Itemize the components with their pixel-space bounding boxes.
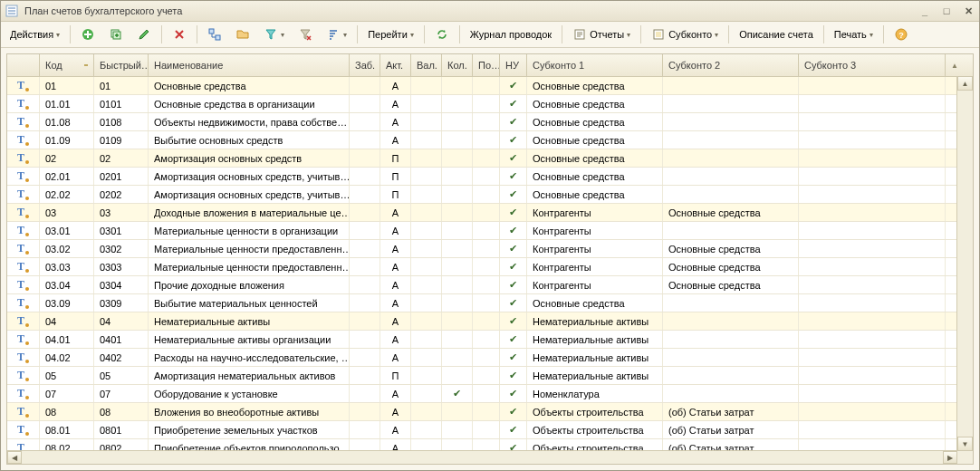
table-cell <box>411 349 442 366</box>
table-row[interactable]: T01.090109Выбытие основных средствА✔Осно… <box>7 131 973 149</box>
filter-button[interactable]: ▾ <box>258 24 290 45</box>
col-akt[interactable]: Акт. <box>380 54 411 76</box>
table-row[interactable]: T03.020302Материальные ценности предоста… <box>7 240 973 258</box>
edit-button[interactable] <box>131 24 157 45</box>
table-cell <box>473 403 500 420</box>
table-row[interactable]: T03.010301Материальные ценности в органи… <box>7 222 973 240</box>
table-cell: Прочие доходные вложения <box>149 276 350 293</box>
clear-filter-button[interactable] <box>293 24 318 45</box>
go-menu[interactable]: Перейти▾ <box>362 24 419 45</box>
hierarchy-button[interactable] <box>202 24 227 45</box>
table-cell: 0401 <box>94 331 149 348</box>
table-row[interactable]: T02.010201Амортизация основных средств, … <box>7 168 973 186</box>
table-cell <box>442 240 473 257</box>
print-menu[interactable]: Печать▾ <box>829 24 879 45</box>
table-cell <box>799 204 946 221</box>
table-cell <box>411 240 442 257</box>
table-cell <box>411 186 442 203</box>
table-row[interactable]: T03.040304Прочие доходные вложенияА✔Конт… <box>7 276 973 294</box>
table-cell <box>473 149 500 167</box>
table-row[interactable]: T0404Нематериальные активыА✔Нематериальн… <box>7 312 973 331</box>
col-name[interactable]: Наименование <box>149 54 350 76</box>
table-cell: Основные средства <box>527 77 663 94</box>
table-cell: T <box>7 131 40 149</box>
col-zab[interactable]: Заб. <box>350 54 380 76</box>
table-row[interactable]: T0505Амортизация нематериальных активовП… <box>7 367 973 385</box>
sort-button[interactable]: ▾ <box>321 24 352 45</box>
table-row[interactable]: T01.080108Объекты недвижимости, права со… <box>7 113 973 131</box>
table-cell <box>442 258 473 275</box>
table-cell <box>350 222 380 239</box>
table-cell <box>350 258 380 275</box>
check-icon: ✔ <box>509 297 517 309</box>
table-cell <box>663 168 799 185</box>
svg-text:?: ? <box>898 31 904 40</box>
maximize-button[interactable]: □ <box>939 5 954 17</box>
table-row[interactable]: T0202Амортизация основных средствП✔Основ… <box>7 149 973 168</box>
svg-rect-5 <box>216 35 220 40</box>
col-subkonto2[interactable]: Субконто 2 <box>663 54 799 76</box>
table-cell <box>663 331 799 348</box>
table-cell: T <box>7 258 40 275</box>
table-cell: 0801 <box>94 421 149 438</box>
table-row[interactable]: T01.010101Основные средства в организаци… <box>7 95 973 113</box>
col-kol[interactable]: Кол. <box>442 54 473 76</box>
col-po[interactable]: По… <box>473 54 500 76</box>
delete-icon <box>172 27 187 42</box>
table-row[interactable]: T08.020802Приобретение объектов природоп… <box>7 439 973 450</box>
refresh-button[interactable] <box>429 24 455 45</box>
table-cell <box>350 349 380 366</box>
col-nu[interactable]: НУ <box>500 54 527 76</box>
titlebar: План счетов бухгалтерского учета _ □ ✕ <box>1 1 979 22</box>
col-quick[interactable]: Быстрый… <box>94 54 149 76</box>
minimize-button[interactable]: _ <box>918 5 932 17</box>
table-row[interactable]: T0303Доходные вложения в материальные це… <box>7 204 973 222</box>
table-cell <box>799 385 946 402</box>
col-subkonto3[interactable]: Субконто 3 <box>799 54 946 76</box>
close-button[interactable]: ✕ <box>961 5 975 17</box>
journal-button[interactable]: Журнал проводок <box>465 24 557 45</box>
col-val[interactable]: Вал. <box>411 54 442 76</box>
col-subkonto1[interactable]: Субконто 1 <box>527 54 663 76</box>
vertical-scrollbar[interactable]: ▲ ▼ <box>956 76 973 451</box>
table-cell <box>442 95 473 112</box>
subkonto-menu[interactable]: Субконто▾ <box>646 24 724 45</box>
add-button[interactable] <box>75 24 101 45</box>
horizontal-scrollbar[interactable]: ◀ ▶ <box>7 450 973 464</box>
table-row[interactable]: T08.010801Приобретение земельных участко… <box>7 421 973 439</box>
description-button[interactable]: Описание счета <box>734 24 819 45</box>
check-icon: ✔ <box>509 351 517 363</box>
table-cell <box>799 258 946 275</box>
scroll-right-button[interactable]: ▶ <box>943 451 957 464</box>
reports-menu[interactable]: Отчеты▾ <box>567 24 636 45</box>
delete-button[interactable] <box>167 24 192 45</box>
col-icon[interactable] <box>7 54 40 76</box>
table-row[interactable]: T03.090309Выбытие материальных ценностей… <box>7 294 973 312</box>
table-cell <box>663 149 799 167</box>
table-row[interactable]: T04.020402Расходы на научно-исследовател… <box>7 349 973 367</box>
table-cell <box>350 331 380 348</box>
table-row[interactable]: T0808Вложения во внеоборотные активыА✔Об… <box>7 403 973 421</box>
scroll-down-button[interactable]: ▼ <box>957 437 973 451</box>
add-copy-button[interactable] <box>103 24 129 45</box>
table-cell: 02.02 <box>40 186 94 203</box>
table-cell <box>799 186 946 203</box>
actions-menu[interactable]: Действия▾ <box>5 24 65 45</box>
move-button[interactable] <box>230 24 255 45</box>
table-row[interactable]: T03.030303Материальные ценности предоста… <box>7 258 973 276</box>
table-row[interactable]: T0707Оборудование к установкеА✔✔Номенкла… <box>7 385 973 403</box>
help-button[interactable]: ? <box>889 24 914 45</box>
table-row[interactable]: T02.020202Амортизация основных средств, … <box>7 186 973 204</box>
scroll-left-button[interactable]: ◀ <box>7 451 22 464</box>
grid-body[interactable]: T0101Основные средстваА✔Основные средств… <box>7 77 973 450</box>
table-cell <box>663 222 799 239</box>
table-cell <box>473 421 500 438</box>
col-code[interactable]: Код <box>40 54 94 76</box>
table-cell: ✔ <box>500 149 527 167</box>
table-row[interactable]: T0101Основные средстваА✔Основные средств… <box>7 77 973 95</box>
table-row[interactable]: T04.010401Нематериальные активы организа… <box>7 331 973 349</box>
table-cell: Основные средства <box>527 149 663 167</box>
scroll-up-button[interactable]: ▲ <box>957 76 973 91</box>
table-cell <box>442 149 473 167</box>
table-cell: Приобретение объектов природопользо… <box>149 439 350 450</box>
